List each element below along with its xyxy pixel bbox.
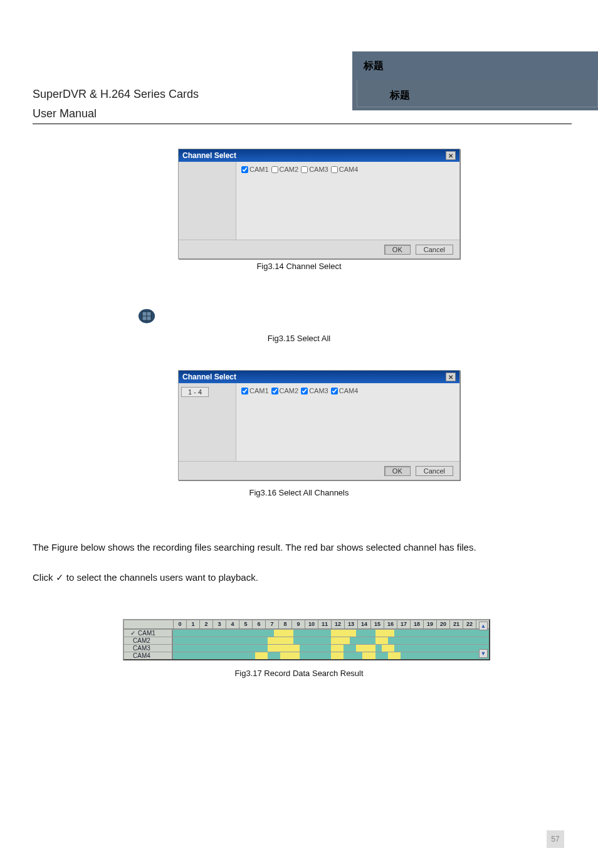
channel-select-dialog-2: Channel Select ✕ 1 - 4 CAM1 CAM2 CAM3 CA… [178,370,460,480]
cam1-checkbox[interactable]: CAM1 [241,166,269,173]
hour-column: 3 [212,620,226,628]
dialog2-title: Channel Select [182,373,236,381]
record-timeline-panel: 01234567891011121314151617181920212223 ✓… [123,619,490,660]
channel-select-dialog-1: Channel Select ✕ CAM1 CAM2 CAM3 CAM4 OK … [178,149,460,259]
hour-column: 9 [291,620,305,628]
scroll-down-icon[interactable]: ▼ [479,649,488,658]
doc-subtitle: User Manual [33,107,199,120]
cam1-checkbox[interactable]: CAM1 [241,387,269,394]
paragraph-1: The Figure below shows the recording fil… [33,541,565,554]
dialog1-sidebar [179,162,236,240]
hour-column: 17 [397,620,410,628]
timeline-bar[interactable] [173,645,489,652]
hour-column: 20 [436,620,449,628]
figure-caption-icon: Fig3.15 Select All [123,334,475,343]
cam4-checkbox[interactable]: CAM4 [331,166,359,173]
hour-column: 15 [370,620,384,628]
cam-label[interactable]: CAM4 [124,652,173,659]
dialog2-sidebar: 1 - 4 [179,383,236,461]
timeline-bar[interactable] [173,637,489,644]
close-icon[interactable]: ✕ [446,151,456,160]
scroll-up-icon[interactable]: ▲ [479,622,488,630]
cam4-checkbox[interactable]: CAM4 [331,387,359,394]
figure-caption-4: Fig3.17 Record Data Search Result [123,669,475,678]
hour-column: 12 [331,620,344,628]
timeline-row: CAM4 [124,652,489,659]
hour-column: 2 [199,620,212,628]
dialog1-title: Channel Select [182,151,236,160]
cam-label[interactable]: CAM3 [124,645,173,652]
header-badge-1: 标题 [364,60,384,73]
hour-column: 13 [344,620,357,628]
hour-column: 14 [357,620,370,628]
timeline-row: ✓CAM1 [124,629,489,637]
figure-caption-3: Fig3.16 Select All Channels [123,488,475,497]
page-number: 57 [547,830,564,848]
hour-column: 4 [226,620,239,628]
cam3-checkbox[interactable]: CAM3 [301,387,328,394]
timeline-bar[interactable] [173,652,489,659]
figure-caption-1: Fig3.14 Channel Select [123,262,475,271]
cam-label[interactable]: ✓CAM1 [124,630,173,637]
close-icon[interactable]: ✕ [446,373,456,381]
hour-column: 18 [410,620,423,628]
hour-column: 6 [252,620,265,628]
cancel-button[interactable]: Cancel [416,466,453,476]
hour-column: 7 [265,620,278,628]
hour-column: 0 [173,620,186,628]
hour-column: 22 [463,620,476,628]
tab-1-4[interactable]: 1 - 4 [181,387,209,397]
hour-column: 8 [278,620,291,628]
paragraph-2: Click ✓ to select the channels users wan… [33,571,565,585]
doc-title: SuperDVR & H.264 Series Cards [33,88,199,101]
hour-column: 1 [186,620,199,628]
hour-column: 11 [318,620,331,628]
hour-column: 19 [423,620,436,628]
timeline-row: CAM3 [124,644,489,652]
cam2-checkbox[interactable]: CAM2 [271,166,299,173]
hour-column: 5 [239,620,252,628]
timeline-bar[interactable] [173,630,489,637]
ok-button[interactable]: OK [384,245,411,255]
hour-column: 10 [305,620,318,628]
cam2-checkbox[interactable]: CAM2 [271,387,299,394]
ok-button[interactable]: OK [384,466,411,476]
select-all-icon[interactable] [138,307,155,325]
divider [33,124,572,124]
hour-column: 16 [384,620,397,628]
cancel-button[interactable]: Cancel [416,245,453,255]
timeline-row: CAM2 [124,637,489,644]
cam-label[interactable]: CAM2 [124,637,173,644]
cam3-checkbox[interactable]: CAM3 [301,166,328,173]
hour-column: 21 [449,620,463,628]
